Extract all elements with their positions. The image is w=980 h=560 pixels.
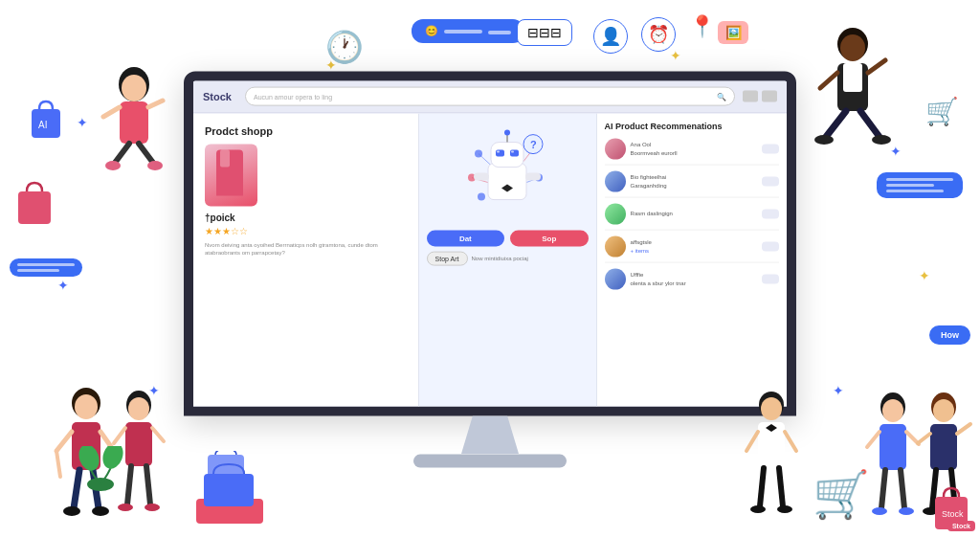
- svg-rect-51: [510, 149, 519, 156]
- svg-line-64: [868, 60, 885, 73]
- svg-point-30: [145, 504, 160, 511]
- svg-point-10: [105, 161, 121, 170]
- image-icon: 🖼️: [718, 21, 748, 44]
- stop-art-button[interactable]: Stop Art: [427, 251, 468, 265]
- stop-art-row: Stop Art Now mintidiuixa pociaj: [427, 251, 589, 265]
- speech-bubble-how: How: [929, 325, 970, 345]
- stop-art-desc: Now mintidiuixa pociaj: [472, 256, 528, 261]
- stock-badge: Stock: [947, 521, 975, 531]
- svg-line-65: [826, 111, 846, 137]
- chat-bubble-top: 😊: [412, 19, 524, 43]
- svg-point-78: [777, 505, 792, 513]
- svg-line-26: [152, 428, 164, 441]
- svg-line-42: [479, 153, 491, 165]
- svg-rect-24: [125, 422, 152, 466]
- speech-bubble-left: [10, 258, 82, 277]
- panel-chatbot: ? Dat Sop Stop Art Now mintidiuixa pocia…: [419, 113, 597, 406]
- svg-point-68: [872, 135, 891, 145]
- list-icon-bubble: ⊟⊟⊟: [517, 19, 572, 46]
- browser-tab-icon: [743, 91, 758, 102]
- rec-action-4[interactable]: [762, 241, 779, 251]
- product-name: †poick: [205, 212, 407, 222]
- svg-line-21: [56, 451, 60, 477]
- svg-point-4: [122, 75, 146, 101]
- svg-line-75: [760, 468, 764, 506]
- sop-button[interactable]: Sop: [510, 230, 589, 246]
- rec-item-2: Bio fighteelhaiGaraganhding: [605, 170, 779, 197]
- rec-action-1[interactable]: [762, 144, 779, 153]
- monitor-screen: Stock Aucun amour opera to ling 🔍 Prodct…: [184, 71, 796, 415]
- panel-left-title: Prodct shopp: [205, 124, 407, 136]
- svg-line-7: [148, 101, 163, 107]
- svg-rect-53: [511, 150, 514, 152]
- svg-line-73: [746, 432, 758, 451]
- svg-rect-46: [488, 163, 526, 199]
- svg-point-70: [761, 397, 782, 420]
- rec-item-1: Ana OolBoormveah eurorll: [605, 138, 779, 165]
- person-icon: 👤: [600, 26, 621, 47]
- svg-point-39: [478, 192, 485, 200]
- browser-menu-icon: [762, 91, 777, 102]
- rec-action-5[interactable]: [762, 274, 779, 283]
- rec-action-3[interactable]: [762, 209, 779, 218]
- shopping-cart-bottom: 🛒: [813, 468, 870, 522]
- sparkle-1: ✦: [77, 115, 88, 130]
- man-right-sitting: [813, 27, 894, 184]
- sparkle-8: ✦: [670, 48, 681, 63]
- monitor: Stock Aucun amour opera to ling 🔍 Prodct…: [184, 71, 796, 473]
- person-icon-bubble: 👤: [593, 19, 628, 54]
- rec-item-4: affsgtsle+ items: [605, 235, 779, 262]
- sparkle-6: ✦: [833, 383, 844, 398]
- svg-line-91: [918, 434, 930, 443]
- search-placeholder-text: Aucun amour opera to ling: [254, 93, 332, 100]
- shopping-bag-1: AI: [27, 96, 65, 146]
- product-image: [205, 144, 257, 206]
- recommendations-title: AI Product Recommenations: [605, 121, 779, 130]
- browser-logo: Stock: [203, 91, 237, 102]
- svg-line-74: [785, 432, 796, 451]
- speech-bubble-right: [877, 172, 963, 198]
- svg-point-87: [899, 507, 914, 515]
- list-icon: ⊟⊟⊟: [527, 25, 562, 40]
- rec-item-5: Ufffieolenta a sbur ylor tnar: [605, 268, 779, 294]
- svg-rect-81: [880, 424, 906, 470]
- svg-point-11: [147, 161, 163, 170]
- svg-point-77: [750, 505, 766, 513]
- svg-rect-62: [843, 63, 862, 92]
- robot-illustration: ?: [464, 124, 550, 220]
- svg-point-32: [76, 446, 102, 474]
- svg-text:Stock: Stock: [942, 509, 964, 519]
- svg-point-23: [128, 397, 149, 420]
- how-text: How: [941, 330, 959, 340]
- monitor-base: [413, 454, 567, 467]
- svg-line-63: [820, 73, 837, 88]
- svg-point-86: [872, 507, 887, 515]
- dat-button[interactable]: Dat: [427, 230, 505, 246]
- rec-action-2[interactable]: [762, 176, 779, 186]
- svg-rect-52: [497, 150, 500, 152]
- svg-line-82: [867, 432, 880, 447]
- plant-decoration: [75, 446, 127, 507]
- svg-line-84: [881, 470, 885, 508]
- woman-left-sitting: [96, 67, 172, 205]
- browser-search-bar[interactable]: Aucun amour opera to ling 🔍: [245, 87, 735, 106]
- search-icon[interactable]: 🔍: [717, 92, 726, 101]
- svg-point-80: [882, 399, 903, 422]
- svg-point-89: [933, 399, 954, 422]
- rec-text-4: affsgtsle+ items: [631, 238, 757, 255]
- svg-line-85: [901, 470, 904, 508]
- monitor-stand: [461, 415, 519, 454]
- svg-rect-5: [120, 101, 148, 144]
- svg-point-13: [75, 394, 98, 419]
- stock-text: Stock: [952, 523, 970, 529]
- svg-rect-50: [496, 149, 504, 156]
- svg-point-60: [840, 34, 865, 61]
- rec-item-3: Rasm daslingign: [605, 203, 779, 230]
- chat-buttons-row: Dat Sop: [427, 230, 589, 246]
- svg-point-49: [504, 129, 510, 135]
- clock-icon-right: ⏰: [641, 17, 676, 52]
- product-description: Nvom deiving anta oyoihed Berrnaticps no…: [205, 240, 407, 257]
- browser-bar: Stock Aucun amour opera to ling 🔍: [193, 80, 787, 113]
- cart-icon-right: 🛒: [925, 96, 959, 127]
- screen-content: Prodct shopp †poick ★★★☆☆ Nvom deiving a…: [193, 113, 787, 406]
